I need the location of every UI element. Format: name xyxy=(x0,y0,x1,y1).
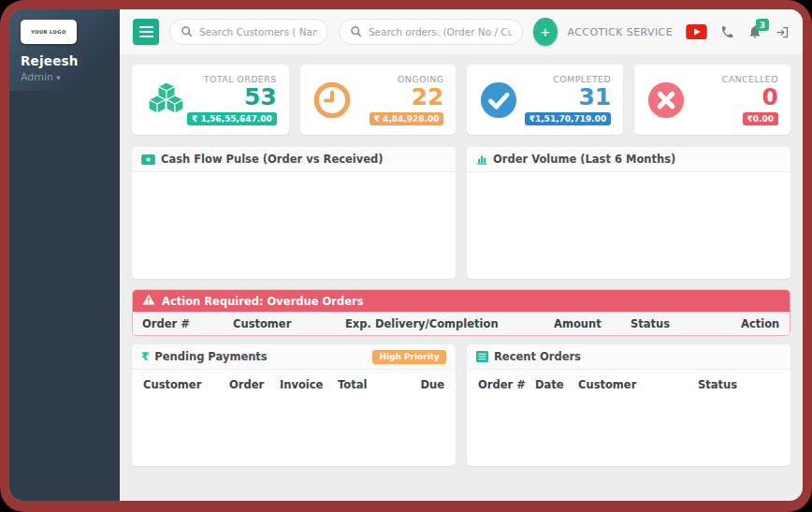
order-search xyxy=(339,19,523,45)
caret-down-icon: ▾ xyxy=(56,73,61,82)
sidebar-menu xyxy=(9,91,120,100)
stat-value: 0 xyxy=(762,85,778,110)
window-frame: YOUR LOGO Rejeesh Admin▾ + ACCOTICK SERV… xyxy=(0,0,812,512)
chart-title: Order Volume (Last 6 Months) xyxy=(493,153,675,166)
menu-toggle-button[interactable] xyxy=(133,19,159,45)
stat-value: 53 xyxy=(244,85,277,110)
logout-icon[interactable] xyxy=(776,25,790,39)
order-volume-panel: Order Volume (Last 6 Months) xyxy=(467,147,790,279)
ongoing-card: ONGOING 22 ₹ 4,84,928.00 xyxy=(300,65,457,135)
stat-cards-row: TOTAL ORDERS 53 ₹ 1,56,55,647.00 ONGOING… xyxy=(132,65,790,135)
high-priority-badge: High Priority xyxy=(372,350,446,364)
cash-flow-panel: Cash Flow Pulse (Order vs Received) xyxy=(132,147,456,279)
sidebar: YOUR LOGO Rejeesh Admin▾ xyxy=(9,9,120,501)
overdue-title: Action Required: Overdue Orders xyxy=(162,295,364,308)
stat-amount-badge: ₹0.00 xyxy=(743,112,778,125)
topbar-right: ACCOTICK SERVICE 3 xyxy=(568,24,790,39)
money-bill-icon xyxy=(141,154,155,165)
completed-card: COMPLETED 31 ₹1,51,70,719.00 xyxy=(467,65,623,135)
customer-search-input[interactable] xyxy=(199,26,317,37)
pending-payments-panel: ₹ Pending Payments High Priority Custome… xyxy=(132,344,456,466)
charts-row: Cash Flow Pulse (Order vs Received) Orde… xyxy=(132,147,790,279)
recent-orders-header: Order # Date Customer Status xyxy=(467,370,790,398)
bottom-panels-row: ₹ Pending Payments High Priority Custome… xyxy=(132,344,790,466)
logo-text: YOUR LOGO xyxy=(31,29,65,35)
user-name: Rejeesh xyxy=(21,53,109,68)
order-volume-chart xyxy=(467,172,790,279)
recent-orders-title: Recent Orders xyxy=(494,350,581,363)
app-window: YOUR LOGO Rejeesh Admin▾ + ACCOTICK SERV… xyxy=(9,9,803,501)
stat-value: 22 xyxy=(412,85,444,110)
overdue-table-header: Order # Customer Exp. Delivery/Completio… xyxy=(133,312,790,335)
dashboard-content: TOTAL ORDERS 53 ₹ 1,56,55,647.00 ONGOING… xyxy=(120,54,803,501)
overdue-orders-panel: Action Required: Overdue Orders Order # … xyxy=(132,289,790,336)
total-orders-card: TOTAL ORDERS 53 ₹ 1,56,55,647.00 xyxy=(132,65,289,135)
stat-amount-badge: ₹ 1,56,55,647.00 xyxy=(187,112,277,125)
list-icon xyxy=(476,351,488,362)
company-logo: YOUR LOGO xyxy=(21,20,77,44)
customer-search xyxy=(169,19,328,45)
recent-orders-panel: Recent Orders Order # Date Customer Stat… xyxy=(467,344,790,466)
clock-icon xyxy=(312,80,355,120)
chart-title: Cash Flow Pulse (Order vs Received) xyxy=(161,153,384,166)
search-icon xyxy=(350,23,362,41)
stat-value: 31 xyxy=(578,85,611,110)
warning-icon xyxy=(142,294,155,308)
phone-icon[interactable] xyxy=(720,25,734,39)
cancelled-card: CANCELLED 0 ₹0.00 xyxy=(634,65,790,135)
stat-amount-badge: ₹1,51,70,719.00 xyxy=(525,112,612,125)
overdue-banner: Action Required: Overdue Orders xyxy=(133,290,790,312)
main-area: + ACCOTICK SERVICE 3 xyxy=(120,9,803,501)
check-circle-icon xyxy=(479,80,522,120)
rupee-icon: ₹ xyxy=(141,350,149,363)
notification-count-badge: 3 xyxy=(756,19,769,31)
order-search-input[interactable] xyxy=(369,26,512,37)
notifications-bell-icon[interactable]: 3 xyxy=(747,24,762,39)
cash-flow-chart xyxy=(132,172,456,279)
add-new-button[interactable]: + xyxy=(533,18,557,46)
sidebar-user-area: YOUR LOGO Rejeesh Admin▾ xyxy=(9,9,120,91)
search-icon xyxy=(181,23,193,41)
cubes-icon xyxy=(144,80,187,121)
youtube-icon[interactable] xyxy=(686,24,707,39)
topbar: + ACCOTICK SERVICE 3 xyxy=(120,9,803,54)
pending-payments-header: Customer Order Invoice Total Due xyxy=(132,370,456,398)
stat-amount-badge: ₹ 4,84,928.00 xyxy=(370,112,444,125)
bar-chart-icon xyxy=(476,154,487,165)
pending-payments-title: Pending Payments xyxy=(154,350,267,363)
company-name: ACCOTICK SERVICE xyxy=(568,26,673,38)
x-circle-icon xyxy=(646,80,689,120)
user-role-dropdown[interactable]: Admin▾ xyxy=(21,71,109,83)
